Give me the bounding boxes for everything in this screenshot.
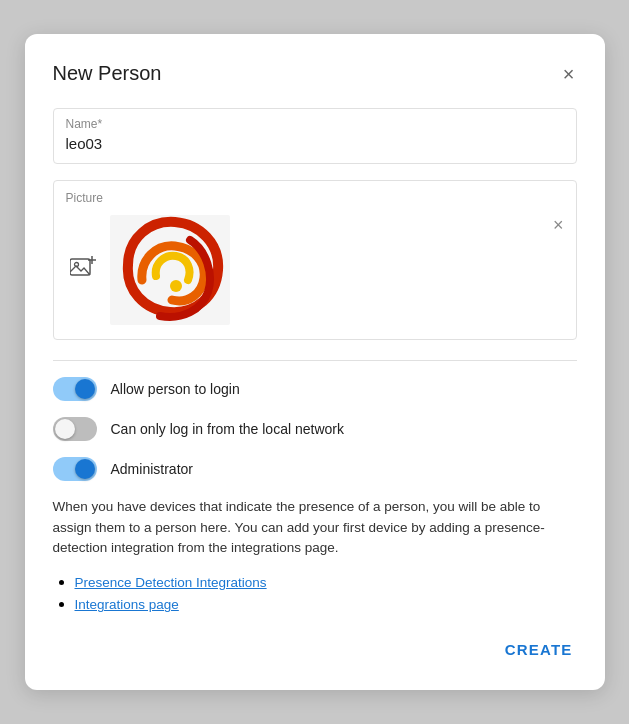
divider-1 xyxy=(53,360,577,361)
info-text: When you have devices that indicate the … xyxy=(53,497,577,560)
picture-field-group: Picture xyxy=(53,180,577,340)
picture-area: × xyxy=(66,215,564,325)
local-network-thumb xyxy=(55,419,75,439)
create-button[interactable]: CREATE xyxy=(501,633,577,666)
administrator-label: Administrator xyxy=(111,461,193,477)
list-item: Integrations page xyxy=(75,595,577,613)
picture-content xyxy=(66,215,230,325)
picture-preview xyxy=(110,215,230,325)
image-add-icon xyxy=(70,256,96,278)
close-button[interactable]: × xyxy=(561,62,577,86)
administrator-thumb xyxy=(75,459,95,479)
name-field-group: Name* xyxy=(53,108,577,164)
presence-detection-link[interactable]: Presence Detection Integrations xyxy=(75,575,267,590)
integrations-page-link[interactable]: Integrations page xyxy=(75,597,179,612)
administrator-toggle[interactable] xyxy=(53,457,97,481)
list-item: Presence Detection Integrations xyxy=(75,573,577,591)
local-network-toggle[interactable] xyxy=(53,417,97,441)
name-input[interactable] xyxy=(66,135,564,152)
clear-picture-button[interactable]: × xyxy=(553,215,564,236)
links-list: Presence Detection Integrations Integrat… xyxy=(53,573,577,613)
new-person-dialog: New Person × Name* Picture xyxy=(25,34,605,691)
dialog-header: New Person × xyxy=(53,62,577,86)
local-network-toggle-row: Can only log in from the local network xyxy=(53,417,577,441)
local-network-label: Can only log in from the local network xyxy=(111,421,344,437)
upload-picture-button[interactable] xyxy=(66,252,100,288)
picture-label: Picture xyxy=(66,191,564,205)
dialog-footer: CREATE xyxy=(53,633,577,666)
spiral-image xyxy=(110,215,230,325)
allow-login-label: Allow person to login xyxy=(111,381,240,397)
administrator-toggle-row: Administrator xyxy=(53,457,577,481)
dialog-title: New Person xyxy=(53,62,162,85)
allow-login-thumb xyxy=(75,379,95,399)
name-label: Name* xyxy=(66,117,564,131)
svg-rect-0 xyxy=(70,259,90,275)
svg-point-5 xyxy=(170,280,182,292)
allow-login-toggle-row: Allow person to login xyxy=(53,377,577,401)
allow-login-toggle[interactable] xyxy=(53,377,97,401)
